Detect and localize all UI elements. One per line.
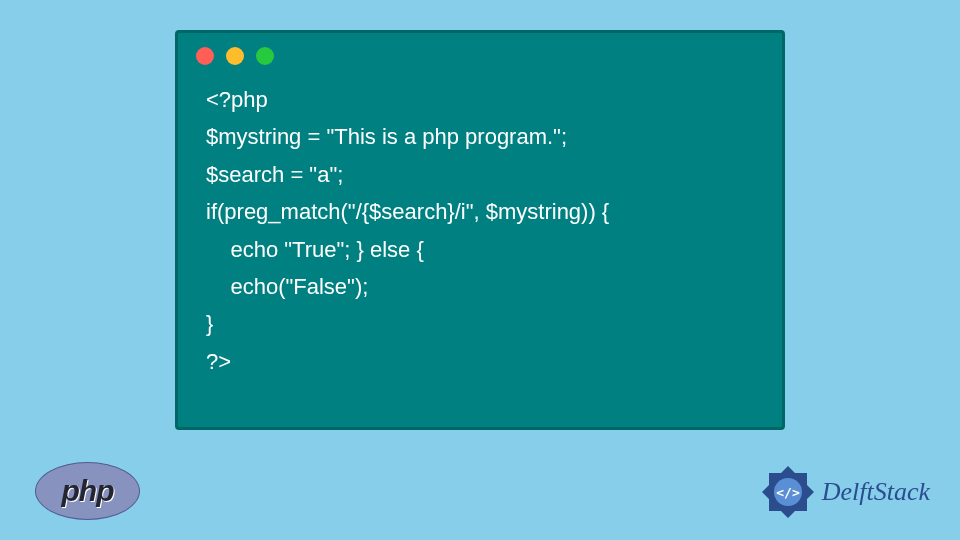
code-line: } [206,311,213,336]
code-line: <?php [206,87,268,112]
delftstack-logo: </> DelftStack [760,464,930,520]
code-line: if(preg_match("/{$search}/i", $mystring)… [206,199,609,224]
code-content: <?php $mystring = "This is a php program… [178,71,782,390]
delftstack-icon: </> [760,464,816,520]
code-line: $mystring = "This is a php program."; [206,124,567,149]
php-logo: php [35,462,140,520]
php-logo-text: php [62,474,114,508]
code-window: <?php $mystring = "This is a php program… [175,30,785,430]
maximize-icon [256,47,274,65]
code-line: $search = "a"; [206,162,343,187]
svg-text:</>: </> [776,485,800,500]
window-controls [178,33,782,71]
code-line: ?> [206,349,231,374]
close-icon [196,47,214,65]
delftstack-text: DelftStack [822,477,930,507]
code-line: echo("False"); [206,274,368,299]
minimize-icon [226,47,244,65]
code-line: echo "True"; } else { [206,237,424,262]
